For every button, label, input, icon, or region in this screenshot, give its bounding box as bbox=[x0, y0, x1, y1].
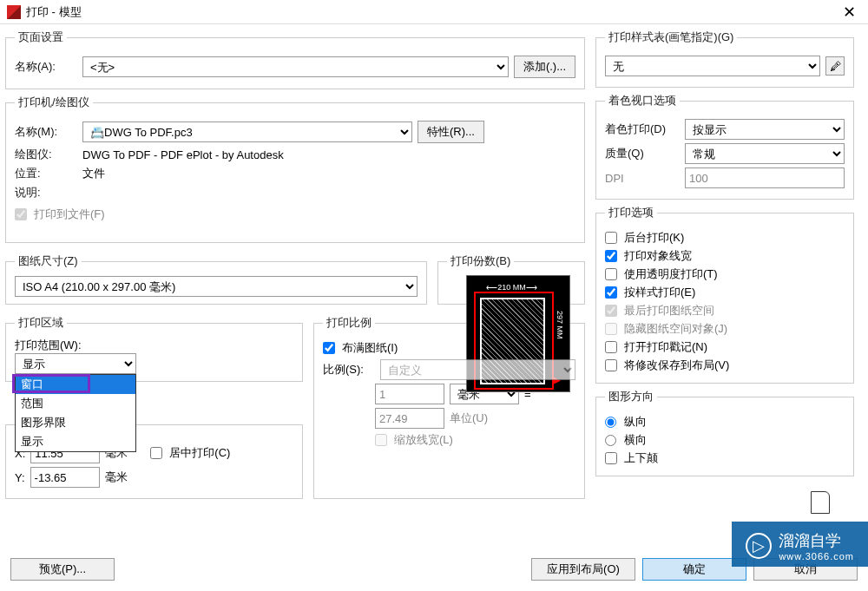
copies-legend: 打印份数(B) bbox=[447, 253, 514, 269]
page-setup-name-label: 名称(A): bbox=[15, 59, 77, 75]
page-setup-group: 页面设置 名称(A): <无> 添加(.)... bbox=[5, 30, 585, 89]
shaded-viewport-group: 着色视口选项 着色打印(D) 按显示 质量(Q) 常规 DPI bbox=[595, 93, 854, 200]
print-area-legend: 打印区域 bbox=[15, 315, 67, 331]
scale-lineweights-check: 缩放线宽(L) bbox=[375, 432, 575, 448]
paper-size-select[interactable]: ISO A4 (210.00 x 297.00 毫米) bbox=[15, 276, 418, 297]
range-option-limits[interactable]: 图形界限 bbox=[16, 413, 135, 432]
plot-style-edit-button[interactable]: 🖉 bbox=[825, 56, 845, 76]
printer-name-label: 名称(M): bbox=[15, 124, 77, 140]
opt-paperspace-last: 最后打印图纸空间 bbox=[605, 303, 845, 318]
opt-hide-paperspace: 隐藏图纸空间对象(J) bbox=[605, 321, 845, 337]
print-options-group: 打印选项 后台打印(K) 打印对象线宽 使用透明度打印(T) 按样式打印(E) … bbox=[595, 205, 854, 384]
plot-style-legend: 打印样式表(画笔指定)(G) bbox=[605, 30, 737, 45]
apply-layout-button[interactable]: 应用到布局(O) bbox=[531, 558, 635, 581]
shaded-viewport-legend: 着色视口选项 bbox=[605, 93, 680, 108]
plot-style-group: 打印样式表(画笔指定)(G) 无 🖉 bbox=[595, 30, 854, 88]
ok-button[interactable]: 确定 bbox=[642, 558, 746, 581]
opt-stamp[interactable]: 打开打印戳记(N) bbox=[605, 339, 845, 355]
printer-name-select[interactable]: 📇DWG To PDF.pc3 bbox=[82, 121, 412, 142]
orientation-group: 图形方向 纵向 横向 上下颠 bbox=[595, 389, 854, 476]
location-value: 文件 bbox=[82, 166, 105, 181]
print-to-file-checkbox bbox=[15, 208, 27, 220]
opt-transparency[interactable]: 使用透明度打印(T) bbox=[605, 266, 845, 282]
scale-select: 自定义 bbox=[380, 359, 575, 380]
unit-label: 单位(U) bbox=[450, 410, 488, 426]
opt-lineweights[interactable]: 打印对象线宽 bbox=[605, 248, 845, 264]
window-title: 打印 - 模型 bbox=[26, 4, 838, 20]
play-icon: ▷ bbox=[746, 533, 772, 559]
quality-label: 质量(Q) bbox=[605, 146, 680, 161]
preview-button[interactable]: 预览(P)... bbox=[10, 558, 115, 581]
plot-style-select[interactable]: 无 bbox=[605, 56, 820, 76]
orient-upsidedown[interactable]: 上下颠 bbox=[605, 450, 845, 466]
offset-y-input[interactable] bbox=[30, 467, 100, 488]
watermark: ▷ 溜溜自学www.3066.com bbox=[732, 522, 868, 567]
preview-dim-top: ⟵210 MM⟶ bbox=[480, 283, 543, 292]
orient-portrait[interactable]: 纵向 bbox=[605, 414, 845, 430]
scale-label: 比例(S): bbox=[323, 362, 375, 378]
dpi-input bbox=[685, 167, 845, 188]
print-options-legend: 打印选项 bbox=[605, 205, 657, 220]
dpi-label: DPI bbox=[605, 172, 680, 185]
opt-background[interactable]: 后台打印(K) bbox=[605, 230, 845, 246]
orientation-preview-icon bbox=[811, 491, 830, 514]
paper-size-group: 图纸尺寸(Z) ISO A4 (210.00 x 297.00 毫米) bbox=[5, 253, 427, 305]
scale-num1-input bbox=[375, 384, 444, 404]
location-label: 位置: bbox=[15, 166, 77, 181]
shade-plot-select[interactable]: 按显示 bbox=[685, 119, 845, 140]
scale-lineweights-checkbox bbox=[375, 434, 387, 446]
offset-y-unit: 毫米 bbox=[105, 470, 128, 485]
paper-size-legend: 图纸尺寸(Z) bbox=[15, 253, 82, 269]
printer-group: 打印机/绘图仪 名称(M): 📇DWG To PDF.pc3 特性(R)... … bbox=[5, 95, 585, 243]
range-option-extents[interactable]: 范围 bbox=[16, 394, 135, 413]
orientation-legend: 图形方向 bbox=[605, 389, 657, 404]
print-range-label: 打印范围(W): bbox=[15, 338, 293, 353]
print-to-file-check: 打印到文件(F) bbox=[15, 207, 105, 222]
add-page-setup-button[interactable]: 添加(.)... bbox=[514, 56, 575, 78]
description-label: 说明: bbox=[15, 185, 77, 200]
printer-legend: 打印机/绘图仪 bbox=[15, 95, 93, 110]
scale-num2-input bbox=[375, 408, 444, 429]
page-setup-legend: 页面设置 bbox=[15, 30, 67, 45]
print-area-group: 打印区域 打印范围(W): 显示 窗口 范围 图形界限 显示 bbox=[5, 315, 303, 382]
shade-plot-label: 着色打印(D) bbox=[605, 121, 680, 137]
autocad-logo-icon bbox=[7, 5, 21, 19]
center-print-check[interactable]: 居中打印(C) bbox=[150, 445, 230, 461]
print-scale-legend: 打印比例 bbox=[323, 315, 375, 331]
orient-landscape[interactable]: 横向 bbox=[605, 432, 845, 448]
range-option-display[interactable]: 显示 bbox=[16, 432, 135, 451]
fit-to-paper-checkbox[interactable] bbox=[323, 342, 335, 354]
printer-properties-button[interactable]: 特性(R)... bbox=[418, 121, 484, 143]
quality-select[interactable]: 常规 bbox=[685, 143, 845, 164]
offset-y-label: Y: bbox=[15, 471, 25, 484]
page-setup-name-select[interactable]: <无> bbox=[82, 56, 509, 77]
opt-save-layout[interactable]: 将修改保存到布局(V) bbox=[605, 358, 845, 373]
opt-styles[interactable]: 按样式打印(E) bbox=[605, 285, 845, 300]
center-print-checkbox[interactable] bbox=[150, 447, 162, 459]
range-option-window[interactable]: 窗口 bbox=[16, 375, 135, 394]
print-range-dropdown[interactable]: 显示 窗口 范围 图形界限 显示 bbox=[15, 353, 293, 374]
plotter-value: DWG To PDF - PDF ePlot - by Autodesk bbox=[82, 148, 284, 161]
preview-dim-right: 297 MM bbox=[556, 311, 564, 339]
plotter-label: 绘图仪: bbox=[15, 147, 77, 162]
print-range-listbox[interactable]: 窗口 范围 图形界限 显示 bbox=[15, 374, 136, 452]
close-icon[interactable]: ✕ bbox=[838, 3, 861, 22]
